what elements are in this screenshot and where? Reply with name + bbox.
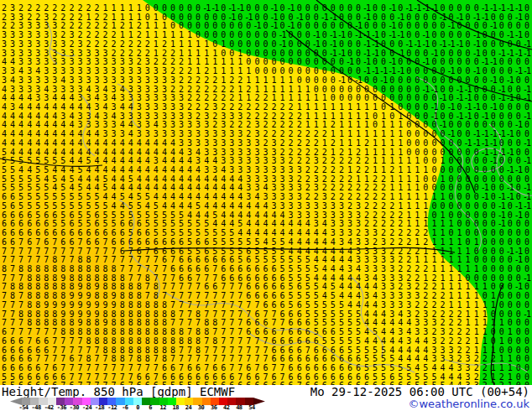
digit-row: 7777778778877777777676666666565555555444…	[0, 250, 531, 259]
scale-tick-label: -6	[122, 405, 128, 411]
scale-tick-label: -30	[70, 405, 79, 411]
temperature-scale-labels: -54-48-42-36-30-24-18-12-606121824303642…	[10, 405, 265, 411]
digit-row: 7778888988888887787776677766666666555444…	[0, 268, 531, 278]
digit-row: 5566666767777767666555555566666666676666…	[0, 376, 531, 385]
digit-row: 6666665565565566655555555444544444444343…	[0, 214, 531, 223]
digit-row: 4444444444444444444443333333333232222212…	[0, 133, 531, 143]
digit-row: 7888888889898888878777776677766666565545…	[0, 277, 531, 286]
scale-tick-label: 36	[211, 405, 216, 411]
scale-tick-label: 0	[136, 405, 139, 411]
scale-right-arrow	[253, 398, 265, 405]
scale-tick-label: 48	[236, 405, 242, 411]
digit-row: 3433333433333333333332222212211111100000…	[0, 70, 531, 80]
digit-row: 233223222212211110100000000-10-100-100-1…	[0, 8, 531, 17]
digit-row: 7878888899988988878777777777766666555545…	[0, 286, 531, 295]
copyright-link[interactable]: ©weatheronline.co.uk	[408, 398, 529, 409]
digit-row: 5555545454445445444444444444433333322322…	[0, 169, 531, 179]
digit-row: 333333323222221121111110000000000-1000-1…	[0, 25, 531, 34]
digit-row: 7777777777777767676666556555565555444444…	[0, 242, 531, 251]
digit-row: 4444444443333344334333333232223222221112…	[0, 115, 531, 124]
digit-row: 6655555555554454554444444444434333332232…	[0, 187, 531, 196]
digit-row: 7778899999999988888877777777777666565555…	[0, 295, 531, 304]
digit-row: 333333333333322222122111110010000000000-…	[0, 44, 531, 53]
scale-tick-label: -36	[57, 405, 66, 411]
digit-row: 223333322222212121110000000000-10-10-100…	[0, 16, 531, 25]
digit-row: 6777777888888888888888788777766667666566…	[0, 322, 531, 331]
digit-row: 4444334443343433333333222222112211111110…	[0, 88, 531, 97]
digit-row: 232222222222111110000000-1-10-1-1000-10-…	[0, 0, 531, 8]
valid-datetime: Mo 29-12-2025 06:00 UTC (00+54)	[310, 386, 529, 398]
scale-tick-label: 30	[198, 405, 204, 411]
scale-tick-label: 6	[149, 405, 152, 411]
digit-row: 5555554545445444444444444444433433332322…	[0, 178, 531, 187]
scale-tick-label: 54	[248, 405, 254, 411]
scale-tick-label: 12	[160, 405, 166, 411]
chart-footer: Height/Temp. 850 hPa [gdpm] ECMWF Mo 29-…	[0, 385, 532, 411]
digit-row: 7778888889889888888877778877766677666555…	[0, 313, 531, 322]
digit-row: 4433333333333333232222111111100000000000…	[0, 52, 531, 61]
digit-row: 4444444444443334333333333333323222222221…	[0, 124, 531, 133]
scale-tick-label: -18	[95, 405, 104, 411]
digit-row: 3343433333333333333322212111110000000000…	[0, 61, 531, 70]
digit-row: 5566666677777777667666666666766767666666…	[0, 367, 531, 377]
digit-row: 6666667777778888888887787777777766667666…	[0, 341, 531, 350]
scale-tick-label: 42	[223, 405, 229, 411]
chart-title: Height/Temp. 850 hPa [gdpm] ECMWF	[2, 386, 235, 398]
digit-row: 5444444444444444444444343333333332222221…	[0, 143, 531, 152]
digit-row: 5544554445444444444444443343333333332222…	[0, 160, 531, 169]
scale-tick-label: -48	[32, 405, 41, 411]
scale-tick-label: -54	[18, 405, 28, 411]
weather-map[interactable]: 232222222222111110000000-1-10-1-1000-10-…	[0, 0, 532, 385]
digit-row: 4344444444434344333333222322222222211111…	[0, 97, 531, 107]
digit-row: 6667667777888888888888887877777766666655…	[0, 331, 531, 341]
digit-row: 4444444343343433333333323233322222221111…	[0, 107, 531, 116]
digit-row: 6666666666666665665555555555444444444443…	[0, 223, 531, 232]
temperature-scale-legend: -54-48-42-36-30-24-18-12-606121824303642…	[10, 398, 265, 411]
digit-row: 6666566565565555555555444544444444333333…	[0, 206, 531, 215]
weather-chart-screen: 232222222222111110000000-1-10-1-1000-10-…	[0, 0, 532, 411]
digit-row: 8788888888888877777766666766666665555544…	[0, 259, 531, 268]
digit-row: 6666676777777777777667667667767677666666…	[0, 358, 531, 367]
digit-row: 6666777767877887887877777777777766666666…	[0, 349, 531, 358]
scale-tick-label: -24	[82, 405, 91, 411]
digit-row: 4333343333434343333322222222121111111000…	[0, 80, 531, 89]
digit-row: 7788888999998888888887787777776776665555…	[0, 304, 531, 314]
temperature-digit-grid: 232222222222111110000000-1-10-1-1000-10-…	[0, 0, 532, 385]
scale-tick-label: -12	[107, 405, 117, 411]
scale-tick-label: -42	[44, 405, 54, 411]
digit-row: 5655555555555445545444454444444433333333…	[0, 196, 531, 206]
digit-row: 333333332322222222121111101000000-1000-1…	[0, 34, 531, 44]
digit-row: 5555555544544444443444434433333333222322…	[0, 151, 531, 160]
scale-tick-label: 24	[185, 405, 191, 411]
digit-row: 6676767667667666666666566555555455444444…	[0, 232, 531, 242]
scale-tick-label: 18	[173, 405, 179, 411]
